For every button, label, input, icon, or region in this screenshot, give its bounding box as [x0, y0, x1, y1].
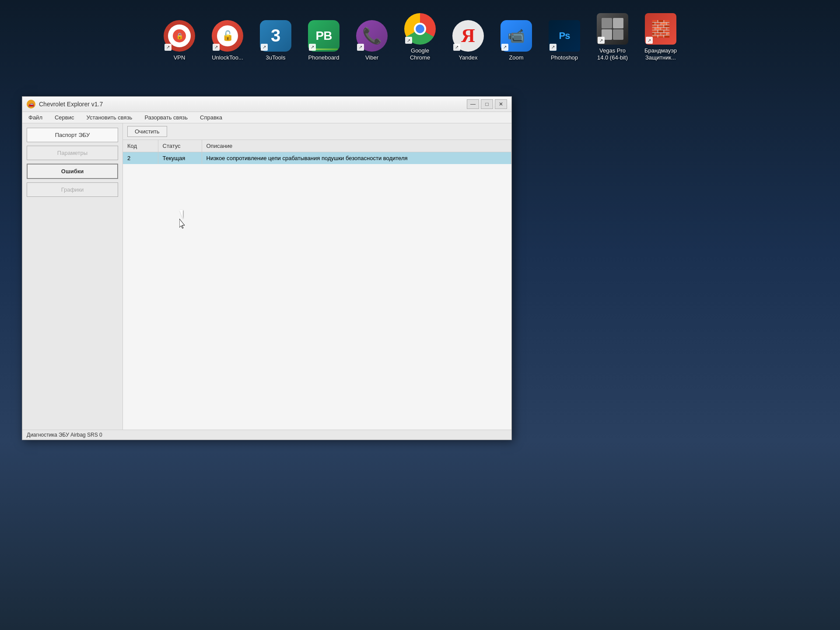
menu-disconnect[interactable]: Разорвать связь: [142, 113, 190, 122]
firewall-label: БрандмауэрЗащитник...: [644, 47, 677, 61]
viber-icon: 📞 ↗: [356, 20, 388, 52]
maximize-button[interactable]: □: [481, 99, 493, 109]
desktop-icon-3utools[interactable]: 3 ↗ 3uTools: [258, 20, 293, 61]
empty-content-area: [123, 164, 511, 430]
errors-table: Код Статус Описание 2 Текущая Низкое соп…: [123, 140, 511, 164]
clear-button[interactable]: Очистить: [127, 126, 167, 137]
menu-help[interactable]: Справка: [197, 113, 225, 122]
vegas-icon: ↗: [597, 13, 628, 45]
desktop-icon-vegas[interactable]: ↗ Vegas Pro14.0 (64-bit): [595, 13, 630, 61]
close-button[interactable]: ✕: [495, 99, 507, 109]
yandex-icon: Я ↗: [452, 20, 484, 52]
chrome-icon: ↗: [404, 13, 436, 45]
window-content: Паспорт ЭБУ Параметры Ошибки Графики Очи…: [22, 123, 511, 430]
menu-file[interactable]: Файл: [26, 113, 45, 122]
panel-toolbar: Очистить: [123, 123, 511, 140]
status-text: Диагностика ЭБУ Airbag SRS 0: [27, 432, 102, 438]
sidebar: Паспорт ЭБУ Параметры Ошибки Графики: [22, 123, 123, 430]
menu-connect[interactable]: Установить связь: [84, 113, 135, 122]
vpn-label: VPN: [174, 54, 186, 61]
window-titlebar[interactable]: 🚗 Chevrolet Explorer v1.7 — □ ✕: [22, 97, 511, 112]
errors-button[interactable]: Ошибки: [27, 164, 118, 179]
photoshop-icon: Ps ↗: [549, 20, 580, 52]
chrome-label: GoogleChrome: [410, 47, 430, 61]
desktop-icon-zoom[interactable]: 📹 ↗ Zoom: [499, 20, 534, 61]
unlocktool-icon: 🔓 ↗: [212, 20, 243, 52]
zoom-label: Zoom: [509, 54, 523, 61]
titlebar-left: 🚗 Chevrolet Explorer v1.7: [27, 100, 103, 108]
desktop-icons-bar: 🔒 ↗ VPN 🔓 ↗ UnlockToo...: [0, 9, 840, 65]
3utools-label: 3uTools: [266, 54, 286, 61]
desktop-icon-photoshop[interactable]: Ps ↗ Photoshop: [547, 20, 582, 61]
firewall-icon: 🧱 ↗: [645, 13, 676, 45]
unlocktool-label: UnlockToo...: [212, 54, 243, 61]
desktop-icon-yandex[interactable]: Я ↗ Yandex: [451, 20, 486, 61]
titlebar-controls: — □ ✕: [467, 99, 507, 109]
menu-service[interactable]: Сервис: [52, 113, 77, 122]
col-status: Статус: [158, 140, 202, 152]
phoneboard-label: Phoneboard: [308, 54, 340, 61]
table-row[interactable]: 2 Текущая Низкое сопротивление цепи сраб…: [123, 152, 511, 164]
cell-description: Низкое сопротивление цепи срабатывания п…: [202, 152, 511, 164]
photoshop-label: Photoshop: [551, 54, 578, 61]
desktop-icon-firewall[interactable]: 🧱 ↗ БрандмауэрЗащитник...: [643, 13, 678, 61]
statusbar: Диагностика ЭБУ Airbag SRS 0: [22, 430, 511, 440]
window-title: Chevrolet Explorer v1.7: [39, 101, 103, 108]
desktop-icon-vpn[interactable]: 🔒 ↗ VPN: [162, 20, 197, 61]
table-header-row: Код Статус Описание: [123, 140, 511, 152]
col-description: Описание: [202, 140, 511, 152]
vegas-label: Vegas Pro14.0 (64-bit): [597, 47, 628, 61]
menubar: Файл Сервис Установить связь Разорвать с…: [22, 112, 511, 123]
desktop-icon-unlocktool[interactable]: 🔓 ↗ UnlockToo...: [210, 20, 245, 61]
zoom-icon: 📹 ↗: [500, 20, 532, 52]
cell-code: 2: [123, 152, 158, 164]
passport-ecu-button[interactable]: Паспорт ЭБУ: [27, 128, 118, 142]
col-code: Код: [123, 140, 158, 152]
3utools-icon: 3 ↗: [260, 20, 291, 52]
phoneboard-icon: PB ↗: [308, 20, 340, 52]
params-button[interactable]: Параметры: [27, 146, 118, 160]
graphs-button[interactable]: Графики: [27, 182, 118, 197]
viber-label: Viber: [365, 54, 378, 61]
main-panel: Очистить Код Статус Описание 2: [123, 123, 511, 430]
chevrolet-explorer-window: 🚗 Chevrolet Explorer v1.7 — □ ✕ Файл Сер…: [22, 96, 512, 440]
desktop-icon-phoneboard[interactable]: PB ↗ Phoneboard: [306, 20, 341, 61]
desktop: 🔒 ↗ VPN 🔓 ↗ UnlockToo...: [0, 0, 840, 630]
desktop-icon-chrome[interactable]: ↗ GoogleChrome: [402, 13, 438, 61]
vpn-icon: 🔒 ↗: [164, 20, 195, 52]
app-icon: 🚗: [27, 100, 35, 108]
minimize-button[interactable]: —: [467, 99, 479, 109]
yandex-label: Yandex: [458, 54, 477, 61]
cell-status: Текущая: [158, 152, 202, 164]
desktop-icon-viber[interactable]: 📞 ↗ Viber: [354, 20, 389, 61]
